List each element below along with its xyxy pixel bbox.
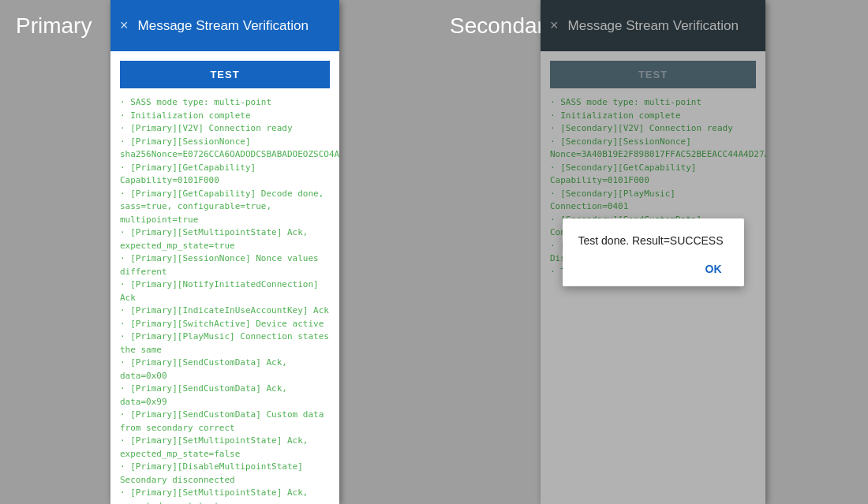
primary-dialog-body: TEST · SASS mode type: multi-point· Init… <box>110 51 339 504</box>
result-text: Test done. Result=SUCCESS <box>578 234 728 247</box>
primary-panel: Primary × Message Stream Verification TE… <box>0 0 434 504</box>
primary-dialog-header: × Message Stream Verification <box>110 0 339 51</box>
log-line: · [Primary][SessionNonce] sha256Nonce=E0… <box>120 136 330 162</box>
primary-test-button[interactable]: TEST <box>120 61 330 88</box>
log-line: · [Primary][SendCustomData] Ack, data=0x… <box>120 357 330 383</box>
primary-log-area: · SASS mode type: multi-point· Initializ… <box>120 96 330 504</box>
secondary-panel: Secondary × Message Stream Verification … <box>434 0 868 504</box>
log-line: · [Primary][SetMultipointState] Ack, exp… <box>120 487 330 504</box>
secondary-dialog: × Message Stream Verification TEST · SAS… <box>541 0 765 504</box>
primary-dialog-title: Message Stream Verification <box>138 18 309 34</box>
log-line: · [Primary][GetCapability] Decode done, … <box>120 188 330 227</box>
result-dialog: Test done. Result=SUCCESS OK <box>563 218 744 286</box>
log-line: · [Primary][NotifyInitiatedConnection] A… <box>120 278 330 304</box>
primary-dialog: × Message Stream Verification TEST · SAS… <box>110 0 339 504</box>
log-line: · SASS mode type: multi-point <box>120 96 330 110</box>
log-line: · [Primary][SwitchActive] Device active <box>120 318 330 331</box>
log-line: · [Primary][V2V] Connection ready <box>120 122 330 136</box>
log-line: · [Primary][SetMultipointState] Ack, exp… <box>120 226 330 252</box>
log-line: · Initialization complete <box>120 110 330 123</box>
log-line: · [Primary][SendCustomData] Ack, data=0x… <box>120 383 330 409</box>
result-ok-button[interactable]: OK <box>699 259 728 278</box>
log-line: · [Primary][PlayMusic] Connection states… <box>120 330 330 357</box>
primary-title-text: Primary <box>16 13 92 39</box>
result-ok-area: OK <box>578 259 728 278</box>
result-overlay: Test done. Result=SUCCESS OK <box>541 0 765 504</box>
primary-close-icon[interactable]: × <box>120 17 129 34</box>
log-line: · [Primary][GetCapability] Capability=01… <box>120 162 330 188</box>
log-line: · [Primary][IndicateInUseAccountKey] Ack <box>120 304 330 318</box>
log-line: · [Primary][SessionNonce] Nonce values d… <box>120 252 330 278</box>
log-line: · [Primary][SendCustomData] Custom data … <box>120 409 330 435</box>
secondary-title-text: Secondary <box>450 13 556 39</box>
log-line: · [Primary][SetMultipointState] Ack, exp… <box>120 435 330 461</box>
log-line: · [Primary][DisableMultipointState] Seco… <box>120 461 330 487</box>
